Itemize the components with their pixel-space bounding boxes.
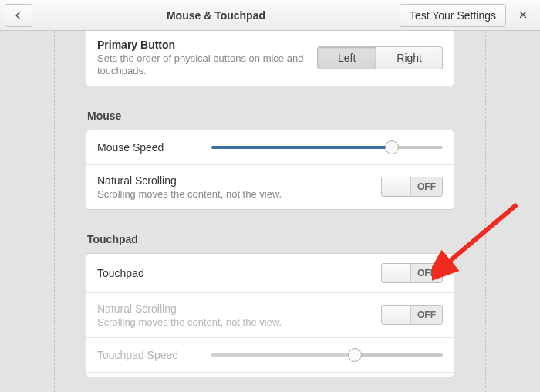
touchpad-toggle[interactable]: OFF — [381, 263, 443, 283]
content-area: Primary Button Sets the order of physica… — [0, 31, 540, 392]
touchpad-listbox: Touchpad OFF Natural Scrolling Scrolling… — [86, 253, 454, 377]
mouse-natural-scrolling-title: Natural Scrolling — [97, 174, 369, 187]
mouse-speed-label: Mouse Speed — [97, 141, 199, 154]
primary-button-selector: Left Right — [317, 46, 443, 69]
touchpad-natural-scrolling-title: Natural Scrolling — [97, 302, 369, 315]
close-icon — [518, 10, 528, 19]
touchpad-speed-label: Touchpad Speed — [97, 349, 199, 361]
touchpad-natural-scrolling-toggle[interactable]: OFF — [381, 305, 443, 325]
mouse-section-label: Mouse — [87, 110, 454, 122]
touchpad-natural-scrolling-desc: Scrolling moves the content, not the vie… — [97, 316, 369, 328]
touchpad-speed-slider[interactable] — [211, 347, 443, 363]
primary-button-card: Primary Button Sets the order of physica… — [86, 31, 454, 86]
primary-left-option[interactable]: Left — [318, 47, 376, 69]
page-title: Mouse & Touchpad — [37, 9, 395, 22]
mouse-natural-scrolling-desc: Scrolling moves the content, not the vie… — [97, 188, 369, 200]
touchpad-speed-row: Touchpad Speed — [86, 337, 454, 372]
primary-button-title: Primary Button — [97, 39, 305, 51]
touchpad-natural-scrolling-row: Natural Scrolling Scrolling moves the co… — [86, 292, 454, 337]
switch-state-label: OFF — [411, 306, 442, 324]
touchpad-section-label: Touchpad — [87, 233, 454, 245]
headerbar: Mouse & Touchpad Test Your Settings — [0, 0, 540, 31]
mouse-speed-slider[interactable] — [211, 140, 443, 155]
mouse-natural-scrolling-toggle[interactable]: OFF — [381, 177, 443, 197]
mouse-listbox: Mouse Speed Natural Scrolling Scrolling … — [86, 130, 454, 210]
switch-state-label: OFF — [411, 177, 442, 196]
mouse-speed-row: Mouse Speed — [86, 130, 454, 164]
primary-button-desc: Sets the order of physical buttons on mi… — [97, 52, 305, 78]
test-settings-button[interactable]: Test Your Settings — [400, 4, 506, 27]
touchpad-listbox-continuation — [86, 372, 454, 377]
touchpad-enable-row: Touchpad OFF — [86, 254, 454, 292]
primary-right-option[interactable]: Right — [376, 47, 442, 69]
close-button[interactable] — [511, 7, 535, 23]
touchpad-enable-title: Touchpad — [97, 267, 369, 279]
back-button[interactable] — [5, 4, 32, 27]
mouse-natural-scrolling-row: Natural Scrolling Scrolling moves the co… — [86, 164, 454, 209]
switch-state-label: OFF — [411, 264, 442, 282]
arrow-left-icon — [13, 10, 24, 21]
